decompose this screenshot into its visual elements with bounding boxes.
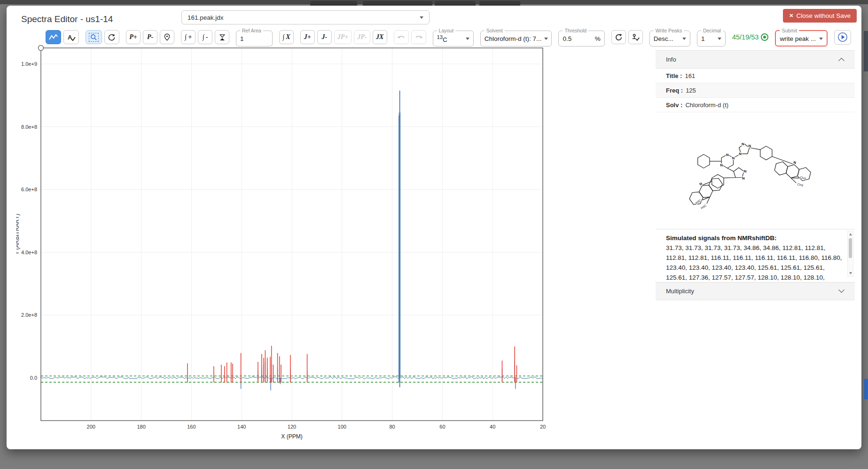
decimal-fieldset[interactable]: Decimal 1	[697, 28, 726, 47]
target-icon[interactable]	[761, 33, 768, 41]
chevron-down-icon	[682, 38, 686, 40]
chevron-down-icon	[819, 38, 823, 40]
map-pin-icon	[163, 33, 171, 41]
signals-title: Simulated signals from NMRshiftDB:	[666, 234, 777, 242]
refresh-button[interactable]	[611, 30, 626, 44]
undo-button	[394, 30, 409, 44]
j-remove-button[interactable]: J-	[317, 30, 332, 44]
svg-text:N: N	[732, 156, 735, 160]
svg-text:CH3: CH3	[797, 182, 804, 187]
peak-add-button[interactable]: P+	[126, 30, 141, 44]
layout-fieldset[interactable]: Layout 13C	[433, 28, 474, 47]
peak-pick-button[interactable]	[160, 30, 174, 44]
background-sliver	[864, 31, 868, 71]
svg-text:120: 120	[288, 424, 296, 430]
solvent-fieldset[interactable]: Solvent Chloroform-d (t): 7...	[480, 28, 552, 47]
ref-area-fieldset: Ref Area 1	[236, 28, 273, 47]
svg-text:H3C: H3C	[700, 203, 707, 209]
chevron-down-icon	[718, 38, 721, 40]
layout-label: Layout	[437, 28, 456, 33]
chevron-up-icon	[838, 58, 845, 64]
peak-count-ratio: 45/19/53	[732, 33, 768, 41]
svg-text:2.0e+8: 2.0e+8	[21, 312, 37, 318]
info-accordion-header[interactable]: Info	[656, 50, 855, 69]
scroll-up-icon[interactable]	[849, 233, 852, 235]
close-button-label: Close without Save	[796, 12, 851, 19]
background-top-strip	[0, 0, 868, 4]
ref-area-label: Ref Area	[240, 28, 263, 33]
svg-text:N: N	[726, 153, 729, 157]
chevron-down-icon	[544, 38, 548, 40]
a-check-icon: A	[67, 33, 76, 41]
auto-assign-button[interactable]: A	[63, 30, 79, 44]
submit-fieldset[interactable]: Submit write peak ...	[775, 28, 828, 47]
spectrum-view-button[interactable]	[46, 30, 61, 44]
solvent-value: Chloroform-d (t): 7...	[485, 35, 542, 42]
ref-area-input[interactable]: 1	[240, 35, 244, 42]
integral-add-button[interactable]: ∫ +	[181, 30, 195, 44]
info-header-label: Info	[666, 56, 676, 63]
threshold-input[interactable]: 0.5	[563, 35, 571, 42]
multiplicity-header-label: Multiplicity	[666, 288, 694, 295]
zoom-reset-button[interactable]	[104, 30, 119, 44]
write-peaks-value: Desc...	[654, 35, 673, 42]
j-add-button[interactable]: J+	[300, 30, 315, 44]
submit-run-button[interactable]	[834, 30, 851, 45]
multiplicity-accordion-header[interactable]: Multiplicity	[656, 282, 855, 300]
chevron-down-icon	[420, 16, 423, 19]
play-icon	[837, 31, 848, 43]
submit-label: Submit	[780, 28, 799, 33]
simulated-signals-box[interactable]: Simulated signals from NMRshiftDB: 31.73…	[656, 229, 855, 282]
integral-remove-button[interactable]: ∫ -	[198, 30, 212, 44]
svg-text:180: 180	[137, 424, 145, 430]
redo-button	[411, 30, 426, 44]
threshold-fieldset[interactable]: Threshold 0.5 %	[558, 28, 604, 47]
svg-text:N: N	[793, 160, 797, 164]
zoom-reset-icon	[108, 33, 116, 41]
jx-button[interactable]: JX	[373, 30, 387, 44]
peak-remove-button[interactable]: P-	[143, 30, 157, 44]
write-peaks-label: Write Peaks	[654, 28, 684, 33]
svg-text:0.0: 0.0	[30, 375, 37, 381]
jp-add-button: JP+	[334, 30, 352, 44]
threshold-unit: %	[595, 35, 601, 42]
svg-text:6.0e+8: 6.0e+8	[21, 187, 37, 192]
zoom-select-button[interactable]	[86, 30, 102, 44]
spectrum-file-select[interactable]: 161.peak.jdx	[181, 10, 430, 24]
threshold-label: Threshold	[563, 28, 588, 33]
scroll-down-icon[interactable]	[849, 272, 852, 274]
chevron-down-icon	[466, 38, 469, 40]
info-row-solv: Solv :Chloroform-d (t)	[656, 98, 855, 112]
spectrum-chart[interactable]: 200180160140120100806040200.02.0e+84.0e+…	[16, 45, 555, 445]
submit-value: write peak ...	[780, 35, 816, 42]
svg-text:8.0e+8: 8.0e+8	[21, 124, 37, 130]
integral-x-button[interactable]: ∫ X	[279, 30, 294, 44]
svg-text:N: N	[744, 169, 747, 173]
undo-icon	[397, 34, 406, 40]
jp-remove-button: JP-	[354, 30, 370, 44]
hourglass-icon	[219, 33, 226, 41]
info-panel: Info Title :161 Freq :125 Solv :Chlorofo…	[656, 50, 855, 300]
scroll-thumb[interactable]	[849, 238, 852, 258]
svg-text:140: 140	[237, 424, 246, 430]
svg-text:CH3: CH3	[800, 175, 806, 180]
decimal-label: Decimal	[701, 28, 723, 33]
zoom-in-icon	[90, 34, 97, 41]
svg-text:X (PPM): X (PPM)	[281, 433, 302, 440]
write-peaks-fieldset[interactable]: Write Peaks Desc...	[649, 28, 690, 47]
spectrum-plot[interactable]: 200180160140120100806040200.02.0e+84.0e+…	[16, 45, 555, 445]
svg-text:160: 160	[187, 424, 195, 430]
svg-text:N: N	[720, 163, 723, 167]
chevron-down-icon	[838, 287, 845, 293]
redo-icon	[414, 34, 423, 40]
auto-peak-picking-button[interactable]	[628, 30, 643, 44]
svg-text:N: N	[739, 152, 742, 156]
signals-values: 31.73, 31.73, 31.73, 31.73, 34.86, 34.86…	[666, 244, 842, 282]
background-sliver	[864, 379, 868, 399]
scrollbar[interactable]	[847, 231, 853, 277]
svg-text:80: 80	[389, 424, 395, 430]
layout-value: 13C	[437, 34, 447, 43]
solvent-label: Solvent	[485, 28, 505, 33]
baseline-button[interactable]	[215, 30, 229, 44]
close-without-save-button[interactable]: ✕ Close without Save	[783, 9, 857, 23]
